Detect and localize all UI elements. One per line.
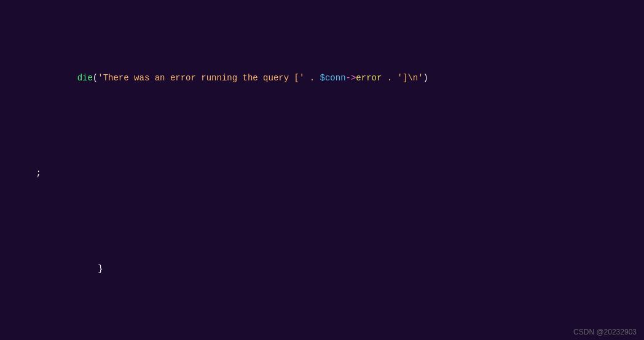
code-line-1: die('There was an error running the quer… [0,58,644,98]
code-content: die('There was an error running the quer… [0,0,644,340]
code-line-3: } [0,249,644,289]
code-editor: die('There was an error running the quer… [0,0,644,340]
watermark-text: CSDN @20232903 [573,328,637,336]
code-line-2: ; [0,153,644,193]
